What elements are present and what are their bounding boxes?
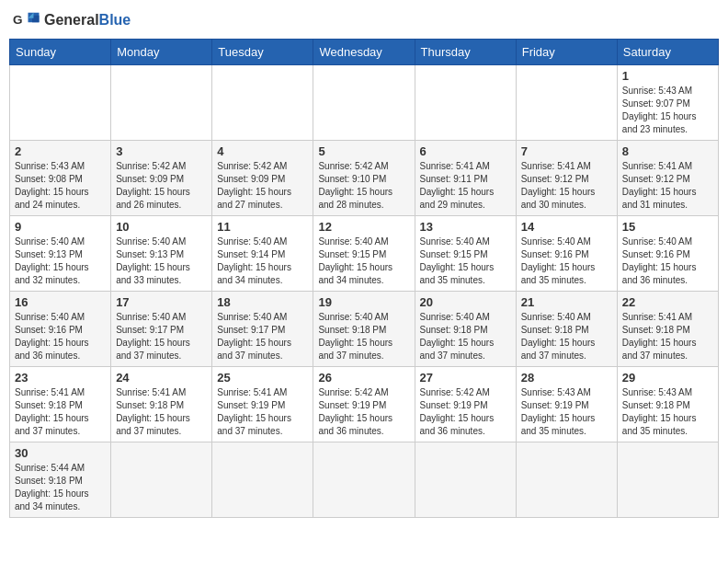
day-info: Sunrise: 5:40 AM Sunset: 9:16 PM Dayligh… — [521, 236, 612, 287]
calendar-cell: 26Sunrise: 5:42 AM Sunset: 9:19 PM Dayli… — [313, 367, 415, 442]
calendar-cell — [212, 442, 313, 518]
day-number: 23 — [15, 371, 106, 385]
calendar-cell: 2Sunrise: 5:43 AM Sunset: 9:08 PM Daylig… — [10, 141, 111, 216]
calendar-week-row: 1Sunrise: 5:43 AM Sunset: 9:07 PM Daylig… — [10, 65, 719, 141]
day-number: 4 — [217, 144, 308, 158]
calendar-cell: 30Sunrise: 5:44 AM Sunset: 9:18 PM Dayli… — [10, 442, 111, 518]
day-number: 8 — [622, 144, 713, 158]
day-number: 18 — [217, 295, 308, 309]
day-info: Sunrise: 5:41 AM Sunset: 9:18 PM Dayligh… — [116, 386, 207, 438]
day-number: 1 — [622, 69, 713, 83]
calendar-cell — [10, 65, 111, 141]
calendar-cell: 15Sunrise: 5:40 AM Sunset: 9:16 PM Dayli… — [617, 216, 718, 292]
calendar-cell: 6Sunrise: 5:41 AM Sunset: 9:11 PM Daylig… — [415, 141, 516, 216]
day-info: Sunrise: 5:40 AM Sunset: 9:17 PM Dayligh… — [116, 311, 207, 362]
calendar-cell — [111, 442, 212, 518]
calendar-cell: 14Sunrise: 5:40 AM Sunset: 9:16 PM Dayli… — [516, 216, 617, 292]
calendar-cell: 25Sunrise: 5:41 AM Sunset: 9:19 PM Dayli… — [212, 367, 313, 442]
calendar-table: Sunday Monday Tuesday Wednesday Thursday… — [9, 39, 719, 518]
calendar-cell — [313, 65, 415, 141]
day-number: 10 — [116, 220, 207, 234]
day-number: 29 — [622, 371, 713, 385]
day-info: Sunrise: 5:40 AM Sunset: 9:16 PM Dayligh… — [622, 236, 713, 287]
day-info: Sunrise: 5:42 AM Sunset: 9:09 PM Dayligh… — [217, 160, 308, 212]
day-info: Sunrise: 5:43 AM Sunset: 9:18 PM Dayligh… — [622, 386, 713, 438]
calendar-cell — [415, 442, 516, 518]
calendar-cell: 19Sunrise: 5:40 AM Sunset: 9:18 PM Dayli… — [313, 292, 415, 367]
calendar-cell: 24Sunrise: 5:41 AM Sunset: 9:18 PM Dayli… — [111, 367, 212, 442]
calendar-cell: 8Sunrise: 5:41 AM Sunset: 9:12 PM Daylig… — [617, 141, 718, 216]
day-number: 14 — [521, 220, 612, 234]
calendar-cell — [111, 65, 212, 141]
day-number: 28 — [521, 371, 612, 385]
day-info: Sunrise: 5:42 AM Sunset: 9:10 PM Dayligh… — [318, 160, 409, 212]
day-info: Sunrise: 5:40 AM Sunset: 9:18 PM Dayligh… — [318, 311, 409, 362]
day-info: Sunrise: 5:44 AM Sunset: 9:18 PM Dayligh… — [15, 462, 106, 513]
calendar-cell: 21Sunrise: 5:40 AM Sunset: 9:18 PM Dayli… — [516, 292, 617, 367]
day-info: Sunrise: 5:40 AM Sunset: 9:14 PM Dayligh… — [217, 236, 308, 287]
calendar-cell: 9Sunrise: 5:40 AM Sunset: 9:13 PM Daylig… — [10, 216, 111, 292]
day-info: Sunrise: 5:40 AM Sunset: 9:18 PM Dayligh… — [521, 311, 612, 362]
calendar-cell: 28Sunrise: 5:43 AM Sunset: 9:19 PM Dayli… — [516, 367, 617, 442]
calendar-cell: 20Sunrise: 5:40 AM Sunset: 9:18 PM Dayli… — [415, 292, 516, 367]
calendar-cell — [415, 65, 516, 141]
calendar-cell: 16Sunrise: 5:40 AM Sunset: 9:16 PM Dayli… — [10, 292, 111, 367]
day-info: Sunrise: 5:43 AM Sunset: 9:19 PM Dayligh… — [521, 386, 612, 438]
calendar-cell: 4Sunrise: 5:42 AM Sunset: 9:09 PM Daylig… — [212, 141, 313, 216]
day-info: Sunrise: 5:43 AM Sunset: 9:08 PM Dayligh… — [15, 160, 106, 212]
header-monday: Monday — [111, 40, 212, 65]
day-number: 24 — [116, 371, 207, 385]
calendar-cell: 13Sunrise: 5:40 AM Sunset: 9:15 PM Dayli… — [415, 216, 516, 292]
page-header: G GeneralBlue — [9, 9, 719, 31]
day-number: 7 — [521, 144, 612, 158]
header-wednesday: Wednesday — [313, 40, 415, 65]
calendar-cell: 7Sunrise: 5:41 AM Sunset: 9:12 PM Daylig… — [516, 141, 617, 216]
day-number: 22 — [622, 295, 713, 309]
header-saturday: Saturday — [617, 40, 718, 65]
day-number: 5 — [318, 144, 409, 158]
day-number: 19 — [318, 295, 409, 309]
day-number: 27 — [420, 371, 511, 385]
day-info: Sunrise: 5:41 AM Sunset: 9:19 PM Dayligh… — [217, 386, 308, 438]
day-info: Sunrise: 5:41 AM Sunset: 9:18 PM Dayligh… — [622, 311, 713, 362]
header-tuesday: Tuesday — [212, 40, 313, 65]
day-number: 15 — [622, 220, 713, 234]
day-number: 3 — [116, 144, 207, 158]
day-number: 12 — [318, 220, 409, 234]
calendar-cell: 12Sunrise: 5:40 AM Sunset: 9:15 PM Dayli… — [313, 216, 415, 292]
calendar-week-row: 9Sunrise: 5:40 AM Sunset: 9:13 PM Daylig… — [10, 216, 719, 292]
calendar-cell: 3Sunrise: 5:42 AM Sunset: 9:09 PM Daylig… — [111, 141, 212, 216]
calendar-week-row: 30Sunrise: 5:44 AM Sunset: 9:18 PM Dayli… — [10, 442, 719, 518]
day-number: 11 — [217, 220, 308, 234]
day-number: 26 — [318, 371, 409, 385]
calendar-week-row: 16Sunrise: 5:40 AM Sunset: 9:16 PM Dayli… — [10, 292, 719, 367]
day-info: Sunrise: 5:40 AM Sunset: 9:13 PM Dayligh… — [116, 236, 207, 287]
day-number: 20 — [420, 295, 511, 309]
day-info: Sunrise: 5:40 AM Sunset: 9:15 PM Dayligh… — [420, 236, 511, 287]
calendar-cell — [617, 442, 718, 518]
weekday-header-row: Sunday Monday Tuesday Wednesday Thursday… — [10, 40, 719, 65]
calendar-cell: 1Sunrise: 5:43 AM Sunset: 9:07 PM Daylig… — [617, 65, 718, 141]
header-friday: Friday — [516, 40, 617, 65]
day-info: Sunrise: 5:40 AM Sunset: 9:17 PM Dayligh… — [217, 311, 308, 362]
day-info: Sunrise: 5:40 AM Sunset: 9:18 PM Dayligh… — [420, 311, 511, 362]
day-info: Sunrise: 5:41 AM Sunset: 9:11 PM Dayligh… — [420, 160, 511, 212]
calendar-week-row: 2Sunrise: 5:43 AM Sunset: 9:08 PM Daylig… — [10, 141, 719, 216]
calendar-cell — [516, 65, 617, 141]
calendar-cell: 11Sunrise: 5:40 AM Sunset: 9:14 PM Dayli… — [212, 216, 313, 292]
calendar-cell — [516, 442, 617, 518]
day-number: 6 — [420, 144, 511, 158]
calendar-cell: 10Sunrise: 5:40 AM Sunset: 9:13 PM Dayli… — [111, 216, 212, 292]
day-number: 17 — [116, 295, 207, 309]
day-info: Sunrise: 5:40 AM Sunset: 9:15 PM Dayligh… — [318, 236, 409, 287]
calendar-cell — [212, 65, 313, 141]
calendar-week-row: 23Sunrise: 5:41 AM Sunset: 9:18 PM Dayli… — [10, 367, 719, 442]
day-number: 9 — [15, 220, 106, 234]
calendar-cell: 29Sunrise: 5:43 AM Sunset: 9:18 PM Dayli… — [617, 367, 718, 442]
day-info: Sunrise: 5:42 AM Sunset: 9:19 PM Dayligh… — [420, 386, 511, 438]
logo-text: GeneralBlue — [44, 12, 131, 29]
calendar-cell: 18Sunrise: 5:40 AM Sunset: 9:17 PM Dayli… — [212, 292, 313, 367]
calendar-cell: 5Sunrise: 5:42 AM Sunset: 9:10 PM Daylig… — [313, 141, 415, 216]
day-info: Sunrise: 5:40 AM Sunset: 9:13 PM Dayligh… — [15, 236, 106, 287]
day-info: Sunrise: 5:43 AM Sunset: 9:07 PM Dayligh… — [622, 85, 713, 136]
